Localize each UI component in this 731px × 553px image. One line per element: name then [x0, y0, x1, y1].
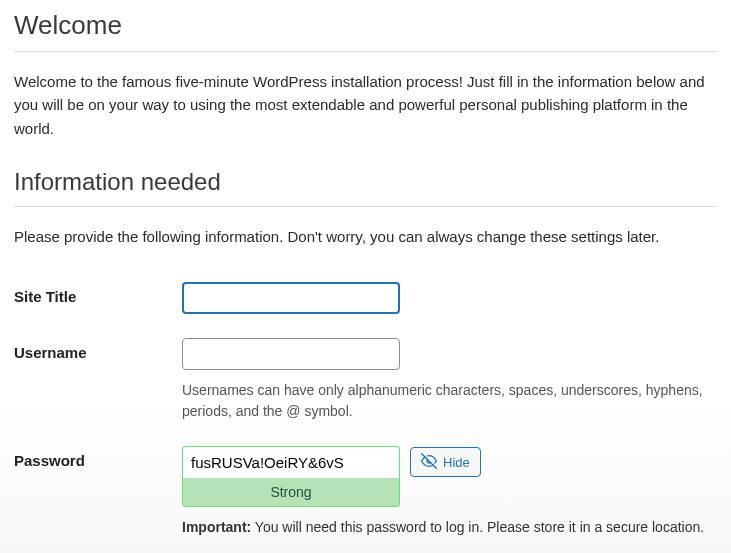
hide-password-button[interactable]: Hide	[410, 447, 481, 477]
hide-button-label: Hide	[443, 455, 470, 470]
important-label: Important:	[182, 519, 251, 535]
password-input[interactable]	[182, 446, 400, 478]
install-form-table: Site Title Username Usernames can have o…	[14, 272, 717, 553]
welcome-heading: Welcome	[14, 10, 717, 52]
password-strength-meter: Strong	[182, 478, 400, 507]
site-title-label: Site Title	[14, 272, 182, 328]
password-label: Password	[14, 436, 182, 553]
username-input[interactable]	[182, 338, 400, 370]
site-title-input[interactable]	[182, 282, 400, 314]
important-text: You will need this password to log in. P…	[251, 519, 704, 535]
welcome-intro: Welcome to the famous five-minute WordPr…	[14, 70, 717, 140]
information-needed-heading: Information needed	[14, 168, 717, 207]
password-important-note: Important: You will need this password t…	[182, 517, 717, 539]
information-needed-intro: Please provide the following information…	[14, 225, 717, 248]
username-hint: Usernames can have only alphanumeric cha…	[182, 380, 712, 422]
eye-off-icon	[421, 453, 437, 472]
username-label: Username	[14, 328, 182, 436]
